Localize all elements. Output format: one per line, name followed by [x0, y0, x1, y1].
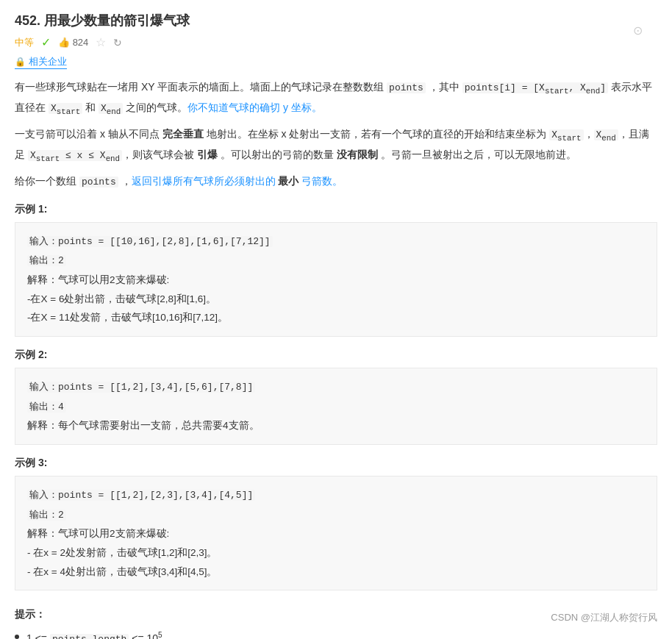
example-2-title: 示例 2:: [15, 349, 657, 362]
difficulty-label: 中等: [15, 36, 34, 49]
hint-text-1: 1 <= points.length <= 105: [26, 629, 162, 639]
toolbar: 中等 ✓ 👍 824 ☆ ↻: [15, 35, 657, 49]
like-count: 👍 824: [58, 37, 88, 48]
problem-title: 452. 用最少数量的箭引爆气球: [15, 12, 657, 29]
desc-para-2: 一支弓箭可以沿着 x 轴从不同点 完全垂直 地射出。在坐标 x 处射出一支箭，若…: [15, 125, 657, 166]
example-2-exp-0: 解释：每个气球需要射出一支箭，总共需要4支箭。: [27, 416, 645, 435]
hint-list: 1 <= points.length <= 105 points[i].leng…: [15, 629, 657, 639]
tag-label: 相关企业: [29, 55, 67, 68]
company-tag[interactable]: 🔒 相关企业: [15, 55, 67, 69]
example-1-exp-0: 解释：气球可以用2支箭来爆破:: [27, 271, 645, 290]
example-1-box: 输入：points = [[10,16],[2,8],[1,6],[7,12]]…: [15, 222, 657, 337]
example-3-exp-1: - 在x = 2处发射箭，击破气球[1,2]和[2,3]。: [27, 543, 645, 563]
example-2-input: 输入：points = [[1,2],[3,4],[5,6],[7,8]]: [27, 377, 645, 397]
example-2-output: 输出：4: [27, 397, 645, 417]
options-icon[interactable]: ⊙: [633, 24, 643, 38]
desc-para-3: 给你一个数组 points ，返回引爆所有气球所必须射出的 最小 弓箭数。: [15, 172, 657, 190]
example-1-input: 输入：points = [[10,16],[2,8],[1,6],[7,12]]: [27, 232, 645, 251]
star-icon[interactable]: ☆: [96, 35, 106, 49]
description-section: 有一些球形气球贴在一堵用 XY 平面表示的墙面上。墙面上的气球记录在整数数组 p…: [15, 78, 657, 191]
example-3-box: 输入：points = [[1,2],[2,3],[3,4],[4,5]] 输出…: [15, 476, 657, 590]
example-3-output: 输出：2: [27, 505, 645, 525]
example-1-title: 示例 1:: [15, 203, 657, 216]
check-icon: ✓: [41, 35, 51, 49]
example-3-exp-2: - 在x = 4处射出箭，击破气球[3,4]和[4,5]。: [27, 563, 645, 582]
example-3-input: 输入：points = [[1,2],[2,3],[3,4],[4,5]]: [27, 485, 645, 505]
watermark: CSDN @江湖人称贺行风: [551, 611, 657, 624]
example-2-box: 输入：points = [[1,2],[3,4],[5,6],[7,8]] 输出…: [15, 368, 657, 445]
lock-icon: 🔒: [15, 57, 26, 67]
example-3-exp-0: 解释：气球可以用2支箭来爆破:: [27, 524, 645, 543]
bullet-1: [15, 635, 19, 639]
desc-para-1: 有一些球形气球贴在一堵用 XY 平面表示的墙面上。墙面上的气球记录在整数数组 p…: [15, 78, 657, 119]
example-1-exp-1: -在X = 6处射出箭，击破气球[2,8]和[1,6]。: [27, 290, 645, 309]
hint-item-1: 1 <= points.length <= 105: [15, 629, 657, 639]
example-1-output: 输出：2: [27, 251, 645, 271]
refresh-icon[interactable]: ↻: [113, 37, 122, 49]
example-3-title: 示例 3:: [15, 457, 657, 470]
example-1-exp-2: -在X = 11处发箭，击破气球[10,16]和[7,12]。: [27, 308, 645, 327]
